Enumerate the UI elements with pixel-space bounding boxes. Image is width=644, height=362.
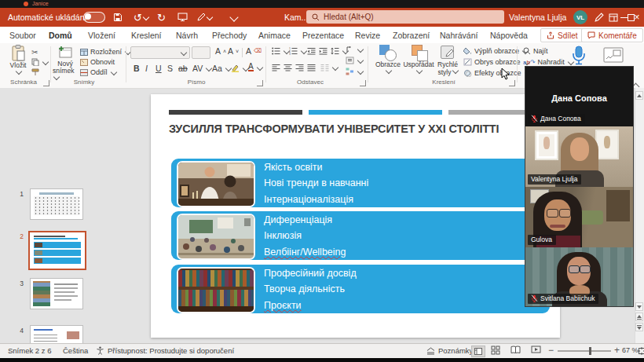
slideshow-view-button[interactable] [531, 346, 541, 356]
zoom-out-button[interactable]: − [548, 345, 554, 356]
highlight-button[interactable] [231, 64, 248, 72]
bold-button[interactable]: B [132, 64, 141, 73]
convert-smartart-button[interactable] [346, 68, 363, 75]
tab-prechody[interactable]: Přechody [210, 27, 248, 43]
justify-button[interactable] [307, 64, 316, 71]
quick-styles-button[interactable]: Rychléstyly [436, 45, 459, 76]
align-center-button[interactable] [284, 64, 292, 71]
slide-title[interactable]: ЗУСИЛЛЯ ТРАНСФОРМУВАТИ УНІВЕРСИТЕТ У XXI… [169, 122, 546, 135]
strikethrough-button[interactable]: ab [177, 64, 189, 73]
font-size-select[interactable] [192, 46, 210, 59]
present-button[interactable] [177, 8, 188, 27]
redo-button[interactable]: ↻ [157, 8, 166, 27]
scroll-up-button[interactable] [635, 91, 643, 100]
ink-button[interactable] [594, 8, 604, 27]
shapes-button[interactable]: Obrazce [375, 45, 401, 73]
align-left-button[interactable] [272, 64, 280, 71]
font-dialog-launcher[interactable] [257, 80, 263, 86]
share-button[interactable]: Sdílet [540, 28, 584, 42]
reading-view-button[interactable] [510, 346, 521, 356]
underline-button[interactable]: U [154, 64, 163, 73]
box2-line2[interactable]: Інклюзія [264, 228, 346, 243]
fit-slide-button[interactable] [638, 347, 644, 357]
align-right-button[interactable] [295, 64, 304, 71]
tab-nahravani[interactable]: Nahrávání [438, 27, 479, 43]
italic-button[interactable]: I [144, 64, 149, 73]
video-call-panel[interactable]: Дана Сопова Дана Сопова Valentyna Ljulja [525, 66, 634, 307]
tab-zobrazeni[interactable]: Zobrazení [391, 27, 431, 43]
zoom-level[interactable]: 67 % [622, 346, 639, 354]
paragraph-dialog-launcher[interactable] [360, 80, 366, 86]
box1-line2[interactable]: Нові тренди в навчанні [264, 175, 368, 191]
clear-formatting-button[interactable]: A⌫ [244, 46, 263, 56]
columns-button[interactable] [320, 64, 338, 71]
character-spacing-button[interactable]: AV [191, 64, 213, 73]
increase-indent-button[interactable] [319, 47, 327, 55]
clipboard-dialog-launcher[interactable] [43, 80, 49, 86]
arrange-button[interactable]: Uspořádat [403, 45, 434, 73]
normal-view-button[interactable] [471, 346, 485, 357]
shape-outline-button[interactable]: Obrys obrazce [463, 58, 529, 66]
tab-napoveda[interactable]: Nápověda [488, 27, 529, 43]
box3-line3[interactable]: Проєкти [264, 298, 357, 313]
change-case-button[interactable]: Aa [210, 64, 232, 73]
participant-tile-2[interactable]: Valentyna Ljulja [525, 126, 633, 187]
tab-prezentace[interactable]: Prezentace [301, 27, 346, 43]
previous-slide-button[interactable] [635, 313, 643, 321]
bullets-button[interactable] [272, 47, 289, 55]
content-box-3[interactable]: Професійний досвід Творча діяльність Про… [171, 265, 550, 313]
participant-tile-4[interactable]: Svitlana Babiichuk [525, 247, 633, 306]
tab-revize[interactable]: Revize [353, 27, 382, 43]
paste-button[interactable]: Vložit [6, 45, 30, 74]
content-box-2[interactable]: Диференціація Інклюзія Велбіінг/Wellbein… [171, 211, 550, 260]
slide-thumbnail-1[interactable] [30, 188, 83, 220]
content-box-1[interactable]: Якість освіти Нові тренди в навчанні Інт… [171, 159, 550, 207]
reset-button[interactable]: Obnovit [80, 58, 115, 66]
next-slide-button[interactable] [635, 323, 643, 331]
notes-toggle[interactable]: Poznámky [426, 346, 473, 355]
search-box[interactable]: Hledat (Alt+Q) [306, 10, 504, 24]
tab-vlozeni[interactable]: Vložení [86, 27, 117, 43]
language-indicator[interactable]: Čeština [63, 346, 88, 355]
slide-indicator[interactable]: Snímek 2 z 6 [8, 346, 51, 355]
box1-line3[interactable]: Інтернаціоналізація [264, 192, 368, 207]
toolbar-overflow-button[interactable] [229, 8, 237, 27]
draw-tool-button[interactable] [196, 8, 212, 27]
box2-line3[interactable]: Велбіінг/Wellbeing [264, 244, 346, 260]
decrease-indent-button[interactable] [307, 47, 316, 55]
section-button[interactable]: Oddíl [80, 68, 116, 76]
numbering-button[interactable]: 123 [289, 47, 306, 55]
tab-animace[interactable]: Animace [257, 27, 292, 43]
autosave-toggle[interactable] [83, 8, 105, 27]
align-text-button[interactable] [346, 57, 363, 64]
format-painter-button[interactable] [31, 68, 39, 76]
find-button[interactable]: Najít [523, 47, 548, 55]
zoom-in-button[interactable]: + [614, 345, 620, 356]
layout-button[interactable]: Rozložení [80, 48, 130, 56]
copy-button[interactable] [31, 58, 48, 66]
new-slide-button[interactable]: Novýsnímek [53, 45, 78, 82]
box3-line2[interactable]: Творча діяльність [264, 281, 357, 297]
close-button[interactable]: × [630, 8, 644, 27]
undo-button[interactable]: ↺ [134, 8, 148, 27]
save-button[interactable] [113, 8, 123, 27]
tab-navrh[interactable]: Návrh [174, 27, 199, 43]
participant-tile-1[interactable]: Дана Сопова Дана Сопова [525, 67, 633, 126]
scroll-down-button[interactable] [635, 302, 643, 311]
replace-button[interactable]: ab↷ Nahradit [523, 58, 573, 66]
box2-line1[interactable]: Диференціація [264, 212, 346, 228]
text-shadow-button[interactable]: S [166, 64, 174, 73]
box3-line1[interactable]: Професійний досвід [264, 265, 357, 281]
drawing-dialog-launcher[interactable] [509, 80, 515, 86]
participant-tile-3-active-speaker[interactable]: Gulova [525, 187, 633, 247]
zoom-slider-track[interactable] [558, 350, 611, 352]
tab-domu[interactable]: Domů [47, 27, 74, 45]
zoom-slider-thumb[interactable] [589, 347, 591, 355]
user-name[interactable]: Valentyna Ljulja [509, 8, 566, 27]
tab-kresleni[interactable]: Kreslení [130, 27, 163, 43]
designer-button[interactable] [603, 47, 624, 68]
tab-soubor[interactable]: Soubor [8, 27, 38, 43]
user-avatar[interactable]: VL [573, 8, 587, 27]
slide-thumbnail-2-selected[interactable] [28, 231, 86, 270]
shape-fill-button[interactable]: Výplň obrazce [463, 47, 528, 55]
